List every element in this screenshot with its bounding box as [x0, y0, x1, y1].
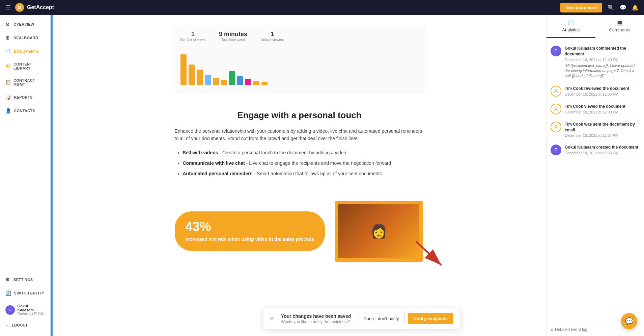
chart-bar: [213, 78, 219, 85]
svg-point-5: [555, 107, 557, 109]
sidebar-label-overview: OVERVIEW: [13, 22, 34, 26]
notify-recipients-button[interactable]: Notify recipients: [408, 313, 453, 324]
sidebar-icon-switch-entity: 🔄: [5, 290, 11, 296]
sidebar-user-info: Gokul Kailasam GetAccept EU/UK: [18, 304, 45, 316]
right-tab-icon-analytics: 📄: [567, 20, 574, 26]
chart-bar: [245, 79, 251, 85]
sidebar-icon-dealboard: ⊞: [5, 35, 11, 41]
sidebar-item-dealboard[interactable]: ⊞DEALBOARD: [0, 31, 50, 45]
sidebar-label-documents: DOCUMENTS: [14, 49, 39, 53]
feature-list-item: Communicate with live chat - Live chat t…: [183, 160, 424, 167]
right-tab-label-analytics: Analytics: [562, 27, 580, 32]
bell-icon[interactable]: 🔔: [632, 4, 639, 11]
activity-item: Tim Cook reviewed the document December …: [551, 82, 640, 100]
sidebar-item-contacts[interactable]: 👤CONTACTS: [0, 104, 50, 118]
right-panel: 📄Analytics💻Comments G Gokul Kailasam com…: [546, 15, 644, 336]
sidebar-item-overview[interactable]: ⊙OVERVIEW: [0, 18, 50, 31]
activity-avatar-outline: [551, 86, 561, 97]
sidebar-item-switch-entity[interactable]: 🔄SWITCH ENTITY: [0, 286, 50, 300]
logout-label: LOGOUT: [12, 323, 28, 327]
engage-title: Engage with a personal touch: [175, 110, 424, 121]
hamburger-icon[interactable]: ☰: [5, 4, 11, 11]
chart-stat-value: 1: [261, 31, 284, 38]
promo-badge: 43% Increased win rate when using video …: [175, 211, 325, 251]
sidebar-label-content-library: CONTENT LIBRARY: [13, 62, 45, 70]
chart-stat: 1Number of views: [180, 31, 205, 42]
activity-item: Tim Cook viewed the document December 10…: [551, 100, 640, 118]
chart-stat-label: Number of views: [180, 38, 205, 42]
search-icon[interactable]: 🔍: [608, 4, 614, 11]
svg-line-3: [416, 241, 441, 265]
topbar-left: ☰ G GetAccept: [5, 3, 54, 12]
promo-section: 43% Increased win rate when using video …: [175, 201, 424, 262]
video-screen: 👩: [338, 204, 419, 258]
sidebar-user-name: Gokul Kailasam: [18, 304, 45, 312]
sidebar-user-org: GetAccept EU/UK: [18, 312, 45, 316]
chart-bar: [205, 75, 211, 85]
right-tab-comments[interactable]: 💻Comments: [595, 15, 644, 38]
event-log-icon: ≡: [551, 327, 553, 332]
activity-time: December 10, 2021 at 12:40 PM: [565, 58, 640, 62]
sidebar-item-documents[interactable]: 📄DOCUMENTS: [0, 45, 50, 58]
topbar: ☰ G GetAccept New document 🔍 💬 🔔: [0, 0, 644, 15]
topbar-logo: G GetAccept: [15, 3, 54, 12]
sidebar-icon-content-library: 📁: [5, 63, 11, 69]
activity-content: Tim Cook was sent the document by email …: [565, 122, 640, 138]
sidebar-label-reports: REPORTS: [14, 95, 32, 99]
activity-avatar: G: [551, 46, 561, 56]
chart-bar: [221, 80, 227, 85]
getaccept-logo-icon: G: [15, 3, 24, 12]
chart-bar: [189, 64, 195, 85]
logout-icon: →: [5, 323, 9, 327]
chart-stat-value: 9 minutes: [219, 31, 247, 38]
activity-content: Gokul Kailasam commented the document De…: [565, 46, 640, 79]
chart-stat-label: Unique viewers: [261, 38, 284, 42]
save-notification: ✏ Your changes have been saved Would you…: [263, 308, 460, 329]
sidebar-icon-overview: ⊙: [5, 22, 11, 27]
activity-content: Tim Cook viewed the document December 10…: [565, 104, 625, 114]
sidebar-label-contacts: CONTACTS: [14, 109, 35, 113]
svg-text:G: G: [18, 5, 22, 10]
sidebar-item-reports[interactable]: 📊REPORTS: [0, 91, 50, 104]
video-person: 👩: [338, 204, 419, 258]
chat-icon[interactable]: 💬: [620, 4, 626, 11]
sidebar-item-settings[interactable]: ⚙SETTINGS: [0, 273, 50, 286]
engage-section: Engage with a personal touch Enhance the…: [175, 103, 424, 191]
sidebar-nav: ⊙OVERVIEW⊞DEALBOARD📄DOCUMENTS📁CONTENT LI…: [0, 15, 50, 118]
save-notification-subtitle: Would you like to notify the recipients?: [281, 319, 351, 324]
activity-avatar-outline: [551, 104, 561, 114]
sidebar-icon-contract-mgmt: 📋: [5, 80, 11, 85]
logout-item[interactable]: →LOGOUT: [0, 320, 50, 331]
promo-text: Increased win rate when using video in t…: [186, 236, 314, 243]
right-tab-analytics[interactable]: 📄Analytics: [547, 15, 595, 38]
save-pencil-icon: ✏: [270, 315, 274, 322]
arrow-indicator-icon: [409, 238, 450, 272]
doc-inner: 1Number of views9 minutesTotal time spen…: [161, 15, 438, 272]
chart-stat: 9 minutesTotal time spent: [219, 31, 247, 42]
activity-item: G Gokul Kailasam commented the document …: [551, 42, 640, 82]
sidebar-item-content-library[interactable]: 📁CONTENT LIBRARY: [0, 58, 50, 74]
activity-content: Tim Cook reviewed the document December …: [565, 86, 629, 97]
activity-feed: G Gokul Kailasam commented the document …: [547, 38, 644, 323]
right-panel-tabs: 📄Analytics💻Comments: [547, 15, 644, 38]
right-tab-label-comments: Comments: [609, 27, 630, 32]
main-area: 1Number of views9 minutesTotal time spen…: [51, 15, 644, 336]
activity-item: G Gokul Kailasam created the document De…: [551, 141, 640, 159]
feature-list-item: Sell with videos - Create a personal tou…: [183, 149, 424, 156]
sidebar-icon-reports: 📊: [5, 95, 11, 100]
activity-title: Tim Cook was sent the document by email: [565, 122, 640, 133]
activity-time: December 10, 2021 at 12:37 PM: [565, 133, 640, 137]
chart-bar: [197, 70, 203, 85]
sidebar-user: G Gokul Kailasam GetAccept EU/UK: [0, 300, 50, 320]
activity-title: Tim Cook viewed the document: [565, 104, 625, 109]
sidebar-item-contract-mgmt[interactable]: 📋CONTRACT MGMT: [0, 74, 50, 91]
dismiss-notify-button[interactable]: Done - don't notify: [358, 313, 404, 324]
svg-point-6: [555, 125, 557, 127]
chat-fab-button[interactable]: 💬: [621, 313, 637, 329]
topbar-right: New document 🔍 💬 🔔: [560, 3, 639, 12]
chart-bar: [253, 81, 259, 85]
new-document-button[interactable]: New document: [560, 3, 602, 12]
sidebar-user-avatar: G: [5, 305, 15, 315]
activity-item: Tim Cook was sent the document by email …: [551, 118, 640, 141]
engage-description: Enhance the personal relationship with y…: [175, 127, 424, 143]
